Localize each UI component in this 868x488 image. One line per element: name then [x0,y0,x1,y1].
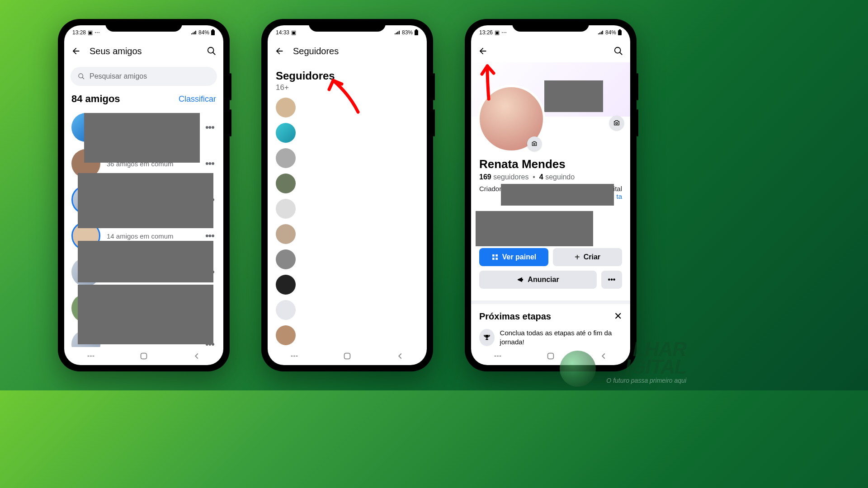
android-navbar [471,347,630,365]
anunciar-button[interactable]: Anunciar [479,271,597,289]
more-button[interactable]: ••• [601,271,622,289]
trophy-icon [479,329,495,346]
camera-icon[interactable] [527,136,542,151]
page-title: Seguidores [293,46,420,56]
battery-icon [211,29,215,36]
android-navbar [64,347,223,365]
status-time: 13:28 [72,29,86,36]
redaction [501,184,614,206]
status-notification-icon: ⋯ [501,29,507,36]
follower-row[interactable] [273,297,421,323]
search-icon[interactable] [206,46,217,56]
close-icon[interactable]: ✕ [614,310,622,322]
phone-profile: 13:26 ▣ ⋯ 84% [465,19,637,371]
back-nav-icon[interactable] [395,351,405,361]
status-battery: 83% [402,29,413,36]
followers-list [268,92,427,347]
profile-stats[interactable]: 169 seguidores • 4 seguindo [479,173,622,181]
follower-row[interactable] [273,145,421,171]
status-battery: 84% [198,29,209,36]
svg-rect-15 [344,353,350,359]
redaction [544,80,603,112]
follower-row[interactable] [273,171,421,196]
battery-icon [618,29,622,36]
svg-rect-10 [415,30,418,35]
status-notification-icon: ▣ [291,29,296,36]
phone-friends: 13:28 ▣ ⋯ 84% Seus amigos [58,19,230,371]
follower-row[interactable] [273,272,421,297]
svg-point-20 [616,122,618,124]
android-navbar [268,347,427,365]
notch [105,19,182,32]
status-time: 13:26 [479,29,493,36]
back-nav-icon[interactable] [599,351,609,361]
follower-row[interactable] [273,221,421,247]
signal-icon [394,30,401,35]
svg-line-19 [620,52,623,55]
annotation-arrow [477,62,500,101]
app-header: Seguidores [268,40,427,62]
svg-point-21 [533,143,535,145]
svg-rect-22 [492,254,495,257]
sort-button[interactable]: Classificar [179,94,216,104]
camera-icon[interactable] [609,116,624,130]
status-notification-icon: ⋯ [94,29,100,36]
home-icon[interactable] [139,351,149,361]
recent-apps-icon[interactable] [86,351,96,361]
svg-line-5 [82,77,84,79]
follower-row[interactable] [273,196,421,221]
next-steps-section: Próximas etapas ✕ Conclua todas as etapa… [471,300,630,346]
svg-line-3 [213,52,216,55]
home-icon[interactable] [546,351,556,361]
notch [309,19,386,32]
signal-icon [598,30,604,35]
friends-count: 84 amigos [71,93,120,105]
svg-rect-16 [618,30,622,35]
status-battery: 84% [605,29,616,36]
svg-point-2 [208,47,214,53]
search-input[interactable]: Pesquisar amigos [71,67,217,86]
battery-icon [414,29,419,36]
ver-painel-button[interactable]: Ver painel [479,248,548,266]
more-icon[interactable]: ••• [203,158,216,169]
svg-rect-23 [495,254,498,257]
follower-row[interactable] [273,323,421,347]
redaction [476,211,593,246]
follower-row[interactable] [273,120,421,145]
app-header [471,40,630,62]
more-icon[interactable]: ••• [203,122,216,133]
phone-followers: 14:33 ▣ 83% Seguidores Seguidores 16+ [261,19,433,371]
svg-rect-30 [548,353,554,359]
criar-button[interactable]: + Criar [553,248,622,266]
signal-icon [191,30,197,35]
search-placeholder: Pesquisar amigos [90,72,147,80]
redaction [84,113,200,163]
more-icon[interactable]: ••• [203,230,216,242]
back-icon[interactable] [71,46,81,56]
svg-rect-1 [212,29,214,30]
follower-row[interactable] [273,247,421,272]
home-icon[interactable] [342,351,352,361]
back-icon[interactable] [274,46,285,56]
status-notification-icon: ▣ [88,29,93,36]
recent-apps-icon[interactable] [289,351,299,361]
svg-rect-26 [522,279,524,281]
search-icon[interactable] [613,46,624,56]
svg-point-18 [615,47,621,53]
status-notification-icon: ▣ [495,29,500,36]
svg-rect-9 [141,353,147,359]
redaction [78,241,213,282]
svg-rect-17 [619,29,621,30]
back-icon[interactable] [477,46,488,56]
status-time: 14:33 [276,29,289,36]
notch [512,19,589,32]
svg-rect-0 [211,30,215,35]
back-nav-icon[interactable] [192,351,202,361]
next-steps-title: Próximas etapas [479,311,551,322]
profile-name: Renata Mendes [479,157,622,171]
step-row[interactable]: Conclua todas as etapas até o fim da jor… [479,328,622,346]
recent-apps-icon[interactable] [493,351,503,361]
annotation-arrow [326,76,363,117]
redaction [78,285,213,344]
svg-rect-25 [495,258,498,260]
